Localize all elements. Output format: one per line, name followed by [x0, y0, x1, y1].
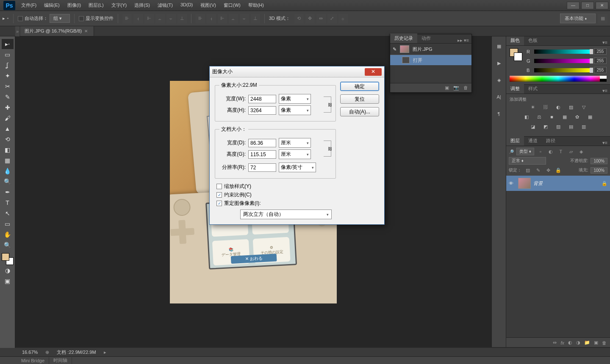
- panel-menu-icon[interactable]: ▾≡: [600, 140, 610, 146]
- filter-kind[interactable]: 类型 ♦: [516, 148, 534, 155]
- color-tab[interactable]: 颜色: [506, 36, 524, 45]
- wand-tool[interactable]: ✦: [2, 71, 14, 81]
- mask-icon[interactable]: ◐: [568, 340, 572, 345]
- color-swatches[interactable]: [2, 253, 14, 265]
- history-snapshot[interactable]: ✎ 图片.JPG: [390, 44, 471, 55]
- panel-color-swatches[interactable]: [510, 48, 522, 61]
- lock-icon[interactable]: ▨: [524, 166, 532, 174]
- height-px-input[interactable]: [248, 106, 276, 115]
- paths-tab[interactable]: 路径: [542, 136, 560, 146]
- 3d-icon[interactable]: ⤢: [327, 14, 337, 23]
- panel-icon[interactable]: ◈: [494, 75, 504, 85]
- width-px-input[interactable]: [248, 95, 276, 103]
- pen-tool[interactable]: ✒: [2, 187, 14, 197]
- heal-tool[interactable]: ✚: [2, 102, 14, 113]
- new-layer-icon[interactable]: ▣: [594, 340, 598, 345]
- show-transform-option[interactable]: 显示变换控件: [79, 15, 114, 22]
- cancel-button[interactable]: 复位: [340, 94, 379, 104]
- sync-icon[interactable]: ▦: [598, 14, 607, 23]
- hand-tool[interactable]: ✋: [2, 229, 14, 240]
- hue-strip[interactable]: [510, 76, 607, 82]
- menu-3d[interactable]: 3D(D): [177, 0, 196, 10]
- height-doc-input[interactable]: [248, 150, 276, 159]
- filter-icon[interactable]: ▱: [567, 148, 575, 155]
- adj-icon[interactable]: ■: [548, 114, 556, 122]
- 3d-icon[interactable]: ⟲: [294, 14, 304, 23]
- scale-styles-checkbox[interactable]: 缩放样式(Y): [216, 183, 336, 190]
- adjustments-tab[interactable]: 调整: [506, 84, 524, 94]
- g-slider[interactable]: [534, 59, 591, 63]
- link-icon[interactable]: [324, 141, 331, 157]
- gradient-tool[interactable]: ▦: [2, 155, 14, 165]
- align-icon[interactable]: ⊪: [122, 14, 132, 23]
- filter-icon[interactable]: T: [557, 148, 565, 155]
- b-value[interactable]: 255: [594, 67, 607, 73]
- panel-menu-icon[interactable]: ▸▸ ▾≡: [455, 38, 471, 43]
- minibridge-tab[interactable]: Mini Bridge: [17, 357, 49, 364]
- width-px-unit[interactable]: 像素: [279, 94, 311, 104]
- channels-tab[interactable]: 通道: [524, 136, 542, 146]
- adj-icon[interactable]: ▤: [567, 124, 575, 132]
- stamp-tool[interactable]: ▲: [2, 124, 14, 134]
- menu-help[interactable]: 帮助(H): [245, 0, 267, 10]
- info-arrow[interactable]: ▸: [104, 350, 106, 355]
- trash-icon[interactable]: 🗑: [602, 340, 607, 345]
- group-icon[interactable]: 📁: [584, 340, 590, 345]
- brush-tool[interactable]: 🖌: [2, 113, 14, 123]
- document-tab[interactable]: 图片.JPG @ 16.7%(RGB/8) ✕: [20, 26, 94, 36]
- doc-info[interactable]: 文档 :22.9M/22.9M: [57, 349, 96, 356]
- layer-row[interactable]: 👁 背景 🔒: [506, 176, 610, 191]
- adj-icon[interactable]: ▽: [580, 105, 588, 112]
- lock-icon[interactable]: 🔒: [555, 166, 562, 174]
- layers-tab[interactable]: 图层: [506, 136, 524, 146]
- panel-menu-icon[interactable]: ▾≡: [600, 40, 610, 45]
- distribute-icon[interactable]: ⫟: [240, 14, 249, 23]
- fx-icon[interactable]: fx: [560, 340, 564, 345]
- menu-layer[interactable]: 图层(L): [85, 0, 107, 10]
- adj-icon[interactable]: ▦: [560, 114, 569, 122]
- fill-value[interactable]: 100%: [591, 167, 607, 174]
- ok-button[interactable]: 确定: [340, 82, 379, 91]
- distribute-icon[interactable]: ⫞: [207, 14, 216, 23]
- resample-checkbox[interactable]: ✓重定图像像素(I):: [216, 200, 336, 207]
- align-icon[interactable]: ⫟: [166, 14, 176, 23]
- distribute-icon[interactable]: ⊥: [251, 14, 260, 23]
- distribute-icon[interactable]: ⊩: [218, 14, 227, 23]
- visibility-icon[interactable]: 👁: [509, 181, 516, 186]
- align-icon[interactable]: ⫞: [133, 14, 143, 23]
- g-value[interactable]: 255: [594, 58, 607, 64]
- panel-menu-icon[interactable]: ▾≡: [600, 88, 610, 94]
- menu-filter[interactable]: 滤镜(T): [154, 0, 176, 10]
- dodge-tool[interactable]: 🔍: [2, 176, 14, 187]
- menu-view[interactable]: 视图(V): [197, 0, 219, 10]
- minimize-button[interactable]: —: [567, 2, 580, 9]
- maximize-button[interactable]: □: [581, 2, 594, 9]
- quickmask-tool[interactable]: ◑: [2, 265, 14, 276]
- menu-window[interactable]: 窗口(W): [220, 0, 244, 10]
- blend-mode[interactable]: 正常 ♦: [509, 157, 546, 165]
- adj-icon[interactable]: ▨: [567, 105, 575, 112]
- b-slider[interactable]: [534, 68, 591, 72]
- adj-icon[interactable]: ◧: [522, 114, 531, 122]
- width-doc-unit[interactable]: 厘米: [279, 138, 311, 148]
- tabs-expand-grip[interactable]: »: [15, 26, 19, 36]
- 3d-icon[interactable]: ⟐: [338, 14, 348, 23]
- trash-icon[interactable]: 🗑: [463, 85, 468, 91]
- opacity-value[interactable]: 100%: [591, 158, 607, 164]
- lock-icon[interactable]: ✥: [544, 166, 552, 174]
- move-tool[interactable]: ▸+: [2, 39, 14, 49]
- panel-icon[interactable]: ▦: [494, 41, 504, 51]
- 3d-icon[interactable]: ✥: [305, 14, 315, 23]
- width-doc-input[interactable]: [248, 139, 276, 147]
- snapshot-icon[interactable]: 📷: [453, 85, 459, 91]
- align-icon[interactable]: ⊥: [177, 14, 187, 23]
- history-step[interactable]: 打开: [390, 55, 471, 65]
- auto-button[interactable]: 自动(A)...: [340, 107, 379, 116]
- menu-type[interactable]: 文字(Y): [108, 0, 130, 10]
- blur-tool[interactable]: 💧: [2, 166, 14, 176]
- close-tab-icon[interactable]: ✕: [84, 29, 88, 33]
- checkbox-icon[interactable]: [18, 16, 23, 21]
- expand-icon[interactable]: ⊕: [45, 350, 49, 355]
- styles-tab[interactable]: 样式: [524, 84, 542, 94]
- resolution-input[interactable]: [248, 163, 276, 172]
